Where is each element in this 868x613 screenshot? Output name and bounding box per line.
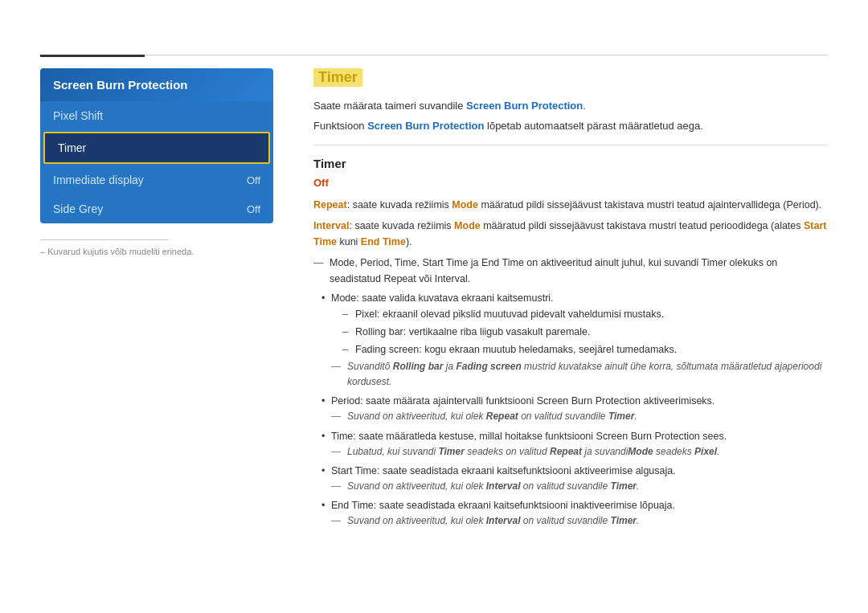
bullet-list: Mode: saate valida kuvatava ekraani kait…	[313, 290, 828, 529]
sub-rollingbar: Rolling bar: vertikaalne riba liigub vas…	[331, 324, 828, 340]
timer-subtitle: Timer	[313, 157, 828, 170]
bullet-endtime: End Time: saate seadistada ekraani kaits…	[321, 497, 828, 529]
intro-text-1: Saate määrata taimeri suvandile Screen B…	[313, 98, 828, 114]
sub-pixel: Pixel: ekraanil olevad pikslid muutuvad …	[331, 306, 828, 322]
sidebar: Screen Burn Protection Pixel Shift Timer…	[40, 68, 273, 256]
bullet-mode: Mode: saate valida kuvatava ekraani kait…	[321, 290, 828, 390]
note-period: Suvand on aktiveeritud, kui olek Repeat …	[331, 409, 828, 424]
sidebar-header: Screen Burn Protection	[40, 68, 273, 101]
intro-text-2: Funktsioon Screen Burn Protection lõpeta…	[313, 118, 828, 134]
top-divider-line	[40, 55, 828, 55]
sidebar-item-pixelshift[interactable]: Pixel Shift	[40, 101, 273, 130]
bullet-time: Time: saate määratleda kestuse, millal h…	[321, 428, 828, 460]
top-divider-dark	[40, 55, 145, 57]
sidebar-note-text: – Kuvarud kujutis võib mudeliti erineda.	[40, 247, 273, 256]
main-content: Timer Saate määrata taimeri suvandile Sc…	[313, 68, 828, 573]
note-rollingfading: Suvanditõ Rolling bar ja Fading screen m…	[331, 359, 828, 390]
sidebar-item-label-timer: Timer	[58, 141, 86, 154]
note-starttime: Suvand on aktiveeritud, kui olek Interva…	[331, 479, 828, 494]
sidebar-note: – Kuvarud kujutis võib mudeliti erineda.	[40, 239, 273, 256]
interval-line: Interval: saate kuvada režiimis Mode mää…	[313, 218, 828, 250]
repeat-line: Repeat: saate kuvada režiimis Mode määra…	[313, 197, 828, 213]
section-title: Timer	[313, 68, 362, 87]
sidebar-item-label-pixelshift: Pixel Shift	[53, 109, 103, 122]
dash-line-1: Mode, Period, Time, Start Time ja End Ti…	[313, 255, 828, 287]
sidebar-item-label-immediate: Immediate display	[53, 174, 144, 186]
sub-fadingscreen: Fading screen: kogu ekraan muutub heleda…	[331, 341, 828, 358]
sidebar-item-value-immediate: Off	[247, 174, 260, 186]
sidebar-menu: Pixel Shift Timer Immediate display Off …	[40, 101, 273, 223]
sidebar-item-sidegrey[interactable]: Side Grey Off	[40, 194, 273, 223]
sidebar-item-immediate[interactable]: Immediate display Off	[40, 166, 273, 194]
sidebar-item-timer[interactable]: Timer	[43, 132, 270, 164]
status-off: Off	[313, 177, 828, 189]
content-divider	[313, 145, 828, 145]
note-endtime: Suvand on aktiveeritud, kui olek Interva…	[331, 513, 828, 529]
bullet-period: Period: saate määrata ajaintervalli funk…	[321, 393, 828, 424]
sidebar-note-divider	[40, 239, 169, 240]
bullet-starttime: Start Time: saate seadistada ekraani kai…	[321, 463, 828, 494]
note-time: Lubatud, kui suvandi Timer seadeks on va…	[331, 444, 828, 460]
sidebar-item-value-sidegrey: Off	[247, 203, 260, 215]
sidebar-item-label-sidegrey: Side Grey	[53, 202, 103, 215]
